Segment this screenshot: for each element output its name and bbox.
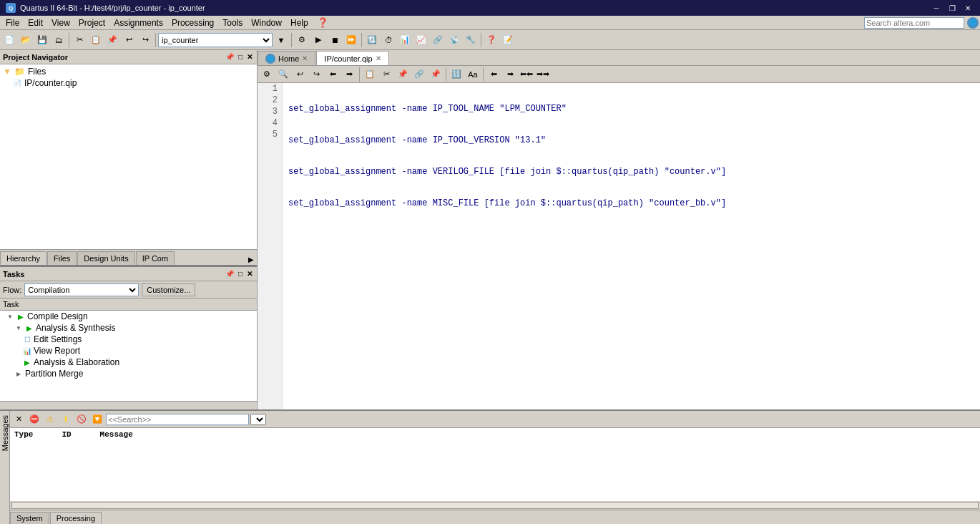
menu-assignments[interactable]: Assignments bbox=[109, 16, 167, 29]
tab-files[interactable]: Files bbox=[47, 251, 77, 265]
editor-btn-7[interactable]: 📋 bbox=[362, 67, 378, 82]
menu-view[interactable]: View bbox=[47, 16, 74, 29]
code-content-area[interactable]: set_global_assignment -name IP_TOOL_NAME… bbox=[283, 83, 980, 409]
menu-help[interactable]: Help bbox=[286, 16, 313, 29]
restore-button[interactable]: ❐ bbox=[946, 3, 959, 13]
scroll-track[interactable] bbox=[11, 502, 979, 509]
menu-project[interactable]: Project bbox=[74, 16, 109, 29]
home-tab-close[interactable]: ✕ bbox=[302, 54, 308, 62]
tab-home[interactable]: 🌐 Home ✕ bbox=[258, 51, 315, 65]
close-button[interactable]: ✕ bbox=[961, 3, 974, 13]
messages-filter-icon[interactable]: 🔽 bbox=[90, 413, 104, 426]
title-bar-left: Q Quartus II 64-Bit - H:/test4/prj/ip_co… bbox=[6, 3, 205, 13]
tasks-close-button[interactable]: ✕ bbox=[245, 270, 254, 278]
help-button[interactable]: ❓ bbox=[484, 32, 499, 48]
nav-tab-arrow[interactable]: ▶ bbox=[245, 254, 257, 265]
menu-window[interactable]: Window bbox=[247, 16, 286, 29]
nav-restore-button[interactable]: □ bbox=[237, 53, 244, 61]
copy-button[interactable]: 📋 bbox=[88, 32, 104, 48]
search-input[interactable] bbox=[864, 17, 964, 29]
tab-design-units[interactable]: Design Units bbox=[77, 251, 134, 265]
ip-counter-tab-close[interactable]: ✕ bbox=[376, 54, 381, 62]
toolbar-btn-12[interactable]: 🔗 bbox=[430, 32, 446, 48]
tab-hierarchy[interactable]: Hierarchy bbox=[0, 251, 46, 265]
editor-btn-13[interactable]: Aa bbox=[465, 67, 481, 82]
messages-tab-system[interactable]: System bbox=[10, 512, 49, 524]
task-analysis-synthesis[interactable]: ▼ ▶ Analysis & Synthesis bbox=[0, 322, 257, 334]
editor-btn-11[interactable]: 📌 bbox=[428, 67, 444, 82]
col-message: Message bbox=[100, 430, 133, 439]
messages-suppress-button[interactable]: 🚫 bbox=[74, 413, 89, 426]
menu-processing[interactable]: Processing bbox=[167, 16, 218, 29]
toolbar-btn-11[interactable]: 📈 bbox=[413, 32, 429, 48]
customize-button[interactable]: Customize... bbox=[142, 283, 195, 296]
tree-item-files[interactable]: ▼ 📁 Files bbox=[1, 66, 255, 77]
project-selector[interactable]: ip_counter bbox=[158, 33, 273, 47]
editor-btn-3[interactable]: ↩ bbox=[292, 67, 308, 82]
tasks-pin-button[interactable]: 📌 bbox=[224, 270, 235, 278]
tasks-restore-button[interactable]: □ bbox=[237, 270, 244, 278]
task-edit-settings[interactable]: ☐ Edit Settings bbox=[0, 334, 257, 345]
editor-btn-12[interactable]: 🔢 bbox=[449, 67, 464, 82]
editor-btn-4[interactable]: ↪ bbox=[308, 67, 324, 82]
task-label-view-report: View Report bbox=[34, 346, 80, 356]
task-partition-merge[interactable]: ▶ Partition Merge bbox=[0, 368, 257, 379]
tab-ip-com[interactable]: IP Com bbox=[136, 251, 175, 265]
menu-tools[interactable]: Tools bbox=[218, 16, 247, 29]
save-button[interactable]: 💾 bbox=[34, 32, 50, 48]
tasks-scrollbar[interactable] bbox=[0, 401, 257, 409]
new-button[interactable]: 📄 bbox=[1, 32, 17, 48]
toolbar-btn-7[interactable]: ⏩ bbox=[343, 32, 359, 48]
nav-close-button[interactable]: ✕ bbox=[245, 53, 254, 61]
paste-button[interactable]: 📌 bbox=[104, 32, 120, 48]
toolbar-btn-10[interactable]: 📊 bbox=[397, 32, 413, 48]
tree-item-qip[interactable]: 📄 IP/counter.qip bbox=[1, 77, 255, 89]
undo-button[interactable]: ↩ bbox=[121, 32, 137, 48]
start-button[interactable]: ▶ bbox=[310, 32, 326, 48]
home-tab-label: Home bbox=[278, 54, 299, 63]
menu-edit[interactable]: Edit bbox=[24, 16, 47, 29]
help-icon[interactable]: ❓ bbox=[313, 16, 333, 29]
task-analysis-elaboration[interactable]: ▶ Analysis & Elaboration bbox=[0, 356, 257, 368]
tab-ip-counter[interactable]: IP/counter.qip ✕ bbox=[316, 51, 388, 65]
save-all-button[interactable]: 🗂 bbox=[51, 32, 67, 48]
flow-selector[interactable]: Compilation bbox=[24, 283, 139, 296]
minimize-button[interactable]: ─ bbox=[930, 3, 943, 13]
messages-close-button[interactable]: ✕ bbox=[11, 413, 26, 426]
redo-button[interactable]: ↪ bbox=[137, 32, 153, 48]
editor-btn-15[interactable]: ➡ bbox=[502, 67, 518, 82]
stop-button[interactable]: ⏹ bbox=[327, 32, 343, 48]
editor-btn-10[interactable]: 🔗 bbox=[411, 67, 427, 82]
messages-error-button[interactable]: ⛔ bbox=[27, 413, 41, 426]
nav-pin-button[interactable]: 📌 bbox=[224, 53, 235, 61]
toolbar-btn-13[interactable]: 📡 bbox=[446, 32, 462, 48]
toolbar-btn-14[interactable]: 🔧 bbox=[463, 32, 479, 48]
toolbar-btn-9[interactable]: ⏱ bbox=[381, 32, 396, 48]
menu-file[interactable]: File bbox=[1, 16, 24, 29]
task-compile-design[interactable]: ▼ ▶ Compile Design bbox=[0, 311, 257, 322]
editor-btn-16[interactable]: ⬅⬅ bbox=[519, 67, 534, 82]
cut-button[interactable]: ✂ bbox=[72, 32, 87, 48]
messages-warning-button[interactable]: ⚠ bbox=[43, 413, 57, 426]
messages-info-button[interactable]: ℹ bbox=[59, 413, 73, 426]
messages-search-input[interactable] bbox=[106, 414, 249, 425]
editor-btn-2[interactable]: 🔍 bbox=[275, 67, 291, 82]
editor-btn-6[interactable]: ➡ bbox=[341, 67, 357, 82]
compile-all-button[interactable]: ⚙ bbox=[294, 32, 310, 48]
messages-scrollbar[interactable] bbox=[10, 501, 980, 510]
editor-btn-5[interactable]: ⬅ bbox=[325, 67, 340, 82]
open-button[interactable]: 📂 bbox=[18, 32, 34, 48]
toolbar-separator-3 bbox=[291, 33, 292, 47]
line-2: 2 bbox=[262, 94, 278, 106]
editor-btn-17[interactable]: ➡➡ bbox=[535, 67, 551, 82]
editor-btn-8[interactable]: ✂ bbox=[378, 67, 394, 82]
messages-tab-processing[interactable]: Processing bbox=[50, 512, 102, 524]
toolbar-btn-8[interactable]: 🔃 bbox=[364, 32, 380, 48]
editor-btn-1[interactable]: ⚙ bbox=[259, 67, 275, 82]
toolbar-btn-last[interactable]: 📝 bbox=[500, 32, 516, 48]
editor-btn-9[interactable]: 📌 bbox=[395, 67, 411, 82]
editor-btn-14[interactable]: ⬅ bbox=[486, 67, 501, 82]
dropdown-arrow[interactable]: ▼ bbox=[273, 32, 289, 48]
task-view-report[interactable]: 📊 View Report bbox=[0, 345, 257, 356]
messages-search-dropdown[interactable] bbox=[250, 414, 266, 425]
